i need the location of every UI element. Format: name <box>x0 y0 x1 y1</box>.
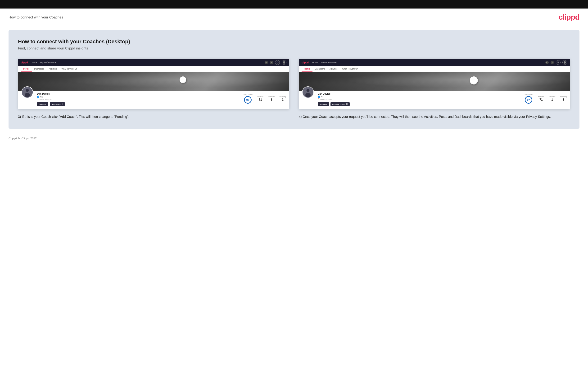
quality-circle-right: 97 <box>525 96 532 104</box>
user-icon-right <box>551 61 554 64</box>
svg-point-9 <box>546 62 547 63</box>
avatar-right <box>302 86 314 98</box>
pro-check-icon-right: ✓ <box>318 96 320 98</box>
mock-browser-right: clippd Home My Performance <box>299 59 570 109</box>
copyright: Copyright Clippd 2022 <box>9 137 37 140</box>
player-pro-left: ✓ Pro <box>37 96 239 98</box>
tab-whattoworkon-right[interactable]: What To Work On <box>340 66 361 72</box>
svg-point-12 <box>558 62 559 63</box>
svg-point-11 <box>552 62 553 63</box>
profile-info-right: Dan Davies ✓ Pro 📍 United Kingdom Unfoll… <box>318 91 520 106</box>
section-subtitle: Find, connect and share your Clippd insi… <box>18 46 570 50</box>
mock-nav-performance-left: My Performance <box>40 61 56 64</box>
settings-icon <box>275 60 280 65</box>
stat-following-right: Following 1 <box>560 96 567 101</box>
user-icon <box>270 61 273 64</box>
mock-nav-home-right: Home <box>312 61 318 64</box>
logo: clippd <box>559 13 579 22</box>
profile-info-left: Dan Davies ✓ Pro 📍 United Kingdom Unfoll… <box>37 91 239 106</box>
svg-point-16 <box>307 89 310 92</box>
search-icon <box>265 61 268 64</box>
svg-point-0 <box>266 62 267 63</box>
svg-point-3 <box>277 62 278 63</box>
mock-nav-items-right: Home My Performance <box>312 61 337 64</box>
profile-buttons-right: Unfollow Remove Coach ✕ <box>318 102 520 106</box>
unfollow-button-right[interactable]: Unfollow <box>318 102 329 106</box>
two-column-layout: clippd Home My Performance <box>18 59 570 119</box>
mock-nav-icons-right <box>545 60 567 65</box>
stat-followers-right: Followers 1 <box>549 96 555 101</box>
add-coach-button-left[interactable]: Add Coach + <box>50 102 65 106</box>
mock-profile-left: Dan Davies ✓ Pro 📍 United Kingdom Unfoll… <box>18 91 289 109</box>
mock-tabs-right: Profile Dashboard Activities What To Wor… <box>299 66 570 72</box>
mock-nav-performance-right: My Performance <box>321 61 337 64</box>
stat-followers-left: Followers 1 <box>268 96 275 101</box>
player-pro-right: ✓ Pro <box>318 96 520 98</box>
profile-buttons-left: Unfollow Add Coach + <box>37 102 239 106</box>
svg-point-5 <box>283 61 285 64</box>
player-location-right: 📍 United Kingdom <box>318 99 520 100</box>
mock-profile-right: Dan Davies ✓ Pro 📍 United Kingdom Unfoll… <box>299 91 570 109</box>
tab-dashboard-right[interactable]: Dashboard <box>312 66 327 72</box>
stats-row-left: Player Quality 97 Activities 71 Follower… <box>243 91 286 104</box>
mock-hero-right <box>299 72 570 91</box>
svg-point-17 <box>305 93 311 97</box>
tab-profile-left[interactable]: Profile <box>21 66 32 72</box>
player-quality-left: Player Quality 97 <box>243 93 252 104</box>
mock-hero-overlay-left <box>18 72 289 91</box>
tab-activities-right[interactable]: Activities <box>327 66 340 72</box>
mock-nav-icons-left <box>265 60 286 65</box>
avatar-image-left <box>21 86 33 98</box>
profile-circle-icon <box>282 60 286 65</box>
header-title: How to connect with your Coaches <box>9 15 63 19</box>
svg-point-2 <box>271 62 272 63</box>
tab-profile-right[interactable]: Profile <box>302 66 312 72</box>
svg-point-14 <box>564 61 566 64</box>
left-caption: 3) If this is your Coach click 'Add Coac… <box>18 114 289 119</box>
svg-point-4 <box>277 61 278 63</box>
left-column: clippd Home My Performance <box>18 59 289 119</box>
svg-point-7 <box>26 89 29 92</box>
avatar-left <box>21 86 33 98</box>
content-area: How to connect with your Coaches (Deskto… <box>9 30 579 129</box>
search-icon-right <box>545 61 549 64</box>
remove-coach-button-right[interactable]: Remove Coach ✕ <box>330 102 350 106</box>
mock-nav-items-left: Home My Performance <box>32 61 56 64</box>
stat-activities-left: Activities 71 <box>257 96 263 101</box>
stats-row-right: Player Quality 97 Activities 71 Follower… <box>524 91 567 104</box>
tab-dashboard-left[interactable]: Dashboard <box>32 66 46 72</box>
player-location-left: 📍 United Kingdom <box>37 99 239 100</box>
mock-browser-left: clippd Home My Performance <box>18 59 289 109</box>
tab-whattoworkon-left[interactable]: What To Work On <box>59 66 80 72</box>
svg-point-8 <box>25 93 30 97</box>
svg-line-10 <box>547 63 548 63</box>
svg-point-13 <box>557 61 559 63</box>
golf-ball-right <box>470 76 478 84</box>
unfollow-button-left[interactable]: Unfollow <box>37 102 48 106</box>
player-quality-right: Player Quality 97 <box>524 93 533 104</box>
right-column: clippd Home My Performance <box>299 59 570 119</box>
mock-navbar-right: clippd Home My Performance <box>299 59 570 66</box>
top-bar <box>0 0 588 8</box>
right-caption: 4) Once your Coach accepts your request … <box>299 114 570 119</box>
svg-line-1 <box>267 63 267 63</box>
mock-logo-right: clippd <box>302 61 308 64</box>
settings-icon-right <box>556 60 561 65</box>
player-name-right: Dan Davies <box>318 92 520 95</box>
stat-activities-right: Activities 71 <box>538 96 544 101</box>
mock-nav-home-left: Home <box>32 61 37 64</box>
tab-activities-left[interactable]: Activities <box>46 66 59 72</box>
header-divider <box>9 24 579 24</box>
mock-navbar-left: clippd Home My Performance <box>18 59 289 66</box>
header: How to connect with your Coaches clippd <box>0 8 588 24</box>
quality-circle-left: 97 <box>244 96 251 104</box>
mock-tabs-left: Profile Dashboard Activities What To Wor… <box>18 66 289 72</box>
profile-circle-icon-right <box>562 60 567 65</box>
section-title: How to connect with your Coaches (Deskto… <box>18 39 570 45</box>
player-name-left: Dan Davies <box>37 92 239 95</box>
mock-logo-left: clippd <box>21 61 28 64</box>
mock-hero-overlay-right <box>299 72 570 91</box>
footer: Copyright Clippd 2022 <box>0 134 588 145</box>
avatar-image-right <box>302 86 314 98</box>
pro-check-icon: ✓ <box>37 96 39 98</box>
